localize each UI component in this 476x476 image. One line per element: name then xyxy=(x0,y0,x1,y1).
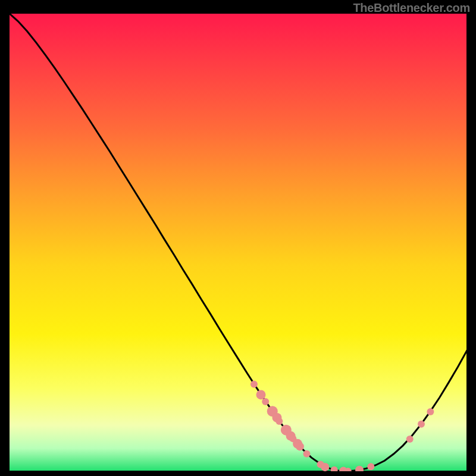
chart-container: TheBottlenecker.com xyxy=(0,0,476,476)
data-marker xyxy=(367,463,374,470)
data-marker xyxy=(418,421,425,428)
data-marker xyxy=(321,463,329,471)
data-marker xyxy=(256,390,266,399)
data-marker xyxy=(250,381,258,388)
data-marker xyxy=(406,436,414,443)
data-marker xyxy=(296,442,304,450)
data-marker xyxy=(262,398,269,405)
data-marker xyxy=(275,418,283,425)
data-marker xyxy=(427,408,434,415)
bottleneck-chart xyxy=(9,13,467,471)
plot-area xyxy=(9,13,467,471)
attribution-text: TheBottlenecker.com xyxy=(353,1,470,15)
data-marker xyxy=(303,450,311,458)
